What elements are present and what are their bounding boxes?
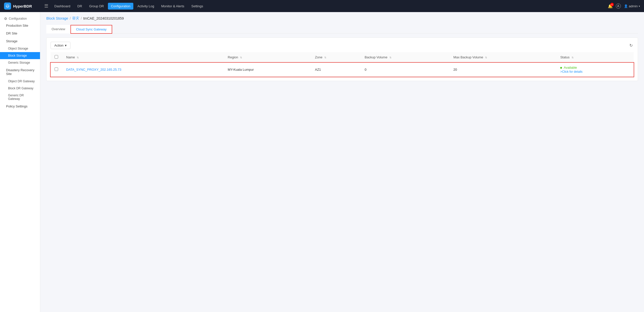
table-col-name: Name ⇅ bbox=[62, 52, 224, 63]
table-body: DATA_SYNC_PROXY_202.165.25.73 MY-Kuala L… bbox=[51, 63, 634, 77]
breadcrumb-block-storage[interactable]: Block Storage bbox=[46, 16, 68, 20]
sidebar-label-object-storage: Object Storage bbox=[8, 47, 28, 50]
nav-group-dr[interactable]: Group DR bbox=[86, 3, 107, 10]
sidebar-label-block-dr-gateway: Block DR Gateway bbox=[8, 87, 33, 90]
toolbar: Action ▾ ↻ bbox=[51, 42, 634, 49]
sidebar-item-object-storage[interactable]: Object Storage bbox=[0, 45, 40, 52]
content-card: Action ▾ ↻ Name ⇅ bbox=[46, 37, 638, 81]
breadcrumb-sep-2: / bbox=[81, 16, 82, 20]
row-name-cell: DATA_SYNC_PROXY_202.165.25.73 bbox=[62, 63, 224, 77]
sidebar-item-object-dr-gateway[interactable]: Object DR Gateway bbox=[0, 78, 40, 85]
table-header-checkbox bbox=[51, 52, 62, 63]
sort-zone-icon[interactable]: ⇅ bbox=[324, 56, 326, 59]
tab-overview-label: Overview bbox=[52, 27, 65, 31]
sidebar-item-block-dr-gateway[interactable]: Block DR Gateway bbox=[0, 85, 40, 92]
sidebar-item-storage[interactable]: Storage bbox=[0, 37, 40, 45]
logo-icon bbox=[4, 3, 11, 10]
sidebar-item-dr-site[interactable]: DR Site bbox=[0, 29, 40, 37]
sort-backup-volume-icon[interactable]: ⇅ bbox=[389, 56, 391, 59]
sidebar-label-block-storage: Block Storage bbox=[8, 54, 27, 57]
sidebar-label-dr-site: DR Site bbox=[6, 31, 17, 35]
hamburger-icon[interactable]: ☰ bbox=[44, 3, 48, 9]
help-icon: A bbox=[616, 4, 621, 9]
row-region-cell: MY-Kuala Lumpur bbox=[224, 63, 311, 77]
row-zone-cell: AZ1 bbox=[311, 63, 361, 77]
sidebar-item-generic-dr-gateway[interactable]: Generic DR Gateway bbox=[0, 92, 40, 102]
sidebar-label-disastery-recovery: Disastery Recovery Site bbox=[6, 68, 34, 76]
row-region: MY-Kuala Lumpur bbox=[228, 68, 254, 71]
help-button[interactable]: A bbox=[616, 4, 621, 9]
sidebar: ⚙ Configuration Production Site DR Site … bbox=[0, 12, 40, 312]
breadcrumb: Block Storage / 容灾 / tmCAE_2024031020185… bbox=[46, 16, 638, 21]
sort-max-backup-icon[interactable]: ⇅ bbox=[485, 56, 487, 59]
row-backup-volume: 0 bbox=[365, 68, 367, 71]
notification-button[interactable]: 🔔 4 bbox=[608, 4, 613, 9]
user-icon: 👤 bbox=[624, 4, 628, 8]
row-backup-volume-cell: 0 bbox=[361, 63, 450, 77]
sidebar-label-policy-settings: Policy Settings bbox=[6, 104, 27, 108]
sidebar-label-storage: Storage bbox=[6, 39, 18, 43]
top-navigation: HyperBDR ☰ Dashboard DR Group DR Configu… bbox=[0, 0, 644, 12]
sidebar-label-production-site: Production Site bbox=[6, 24, 28, 27]
status-dot-icon bbox=[560, 67, 562, 69]
sort-region-icon[interactable]: ⇅ bbox=[240, 56, 242, 59]
table-col-zone: Zone ⇅ bbox=[311, 52, 361, 63]
table-col-backup-volume: Backup Volume ⇅ bbox=[361, 52, 450, 63]
nav-activity-log[interactable]: Activity Log bbox=[134, 3, 157, 10]
nav-dr[interactable]: DR bbox=[74, 3, 85, 10]
sidebar-item-policy-settings[interactable]: Policy Settings bbox=[0, 102, 40, 110]
tabs: Overview Cloud Sync Gateway bbox=[46, 25, 638, 33]
status-text: Available bbox=[560, 66, 630, 69]
tab-cloud-sync-gateway-label: Cloud Sync Gateway bbox=[76, 27, 106, 31]
nav-monitor-alerts[interactable]: Monitor & Alerts bbox=[158, 3, 187, 10]
user-name: admin bbox=[629, 4, 638, 8]
action-label: Action bbox=[54, 44, 63, 47]
sidebar-item-production-site[interactable]: Production Site bbox=[0, 22, 40, 29]
config-icon: ⚙ bbox=[4, 17, 7, 21]
table-header: Name ⇅ Region ⇅ Zone ⇅ Backup Volume bbox=[51, 52, 634, 63]
table-row: DATA_SYNC_PROXY_202.165.25.73 MY-Kuala L… bbox=[51, 63, 634, 77]
select-all-checkbox[interactable] bbox=[55, 55, 58, 59]
row-checkbox-cell bbox=[51, 63, 62, 77]
main-content: Block Storage / 容灾 / tmCAE_2024031020185… bbox=[40, 12, 644, 312]
user-chevron-icon: ▾ bbox=[639, 5, 640, 8]
row-zone: AZ1 bbox=[315, 68, 321, 71]
row-name-link[interactable]: DATA_SYNC_PROXY_202.165.25.73 bbox=[66, 68, 121, 71]
sidebar-item-generic-storage[interactable]: Generic Storage bbox=[0, 59, 40, 66]
table-header-row: Name ⇅ Region ⇅ Zone ⇅ Backup Volume bbox=[51, 52, 634, 63]
layout: ⚙ Configuration Production Site DR Site … bbox=[0, 12, 644, 312]
app-name: HyperBDR bbox=[13, 4, 32, 8]
nav-configuration[interactable]: Configuration bbox=[108, 3, 133, 10]
app-logo: HyperBDR bbox=[4, 3, 39, 10]
tab-cloud-sync-gateway[interactable]: Cloud Sync Gateway bbox=[70, 25, 112, 34]
data-table: Name ⇅ Region ⇅ Zone ⇅ Backup Volume bbox=[51, 52, 634, 77]
tab-overview[interactable]: Overview bbox=[46, 25, 70, 33]
sidebar-section-label: Configuration bbox=[9, 17, 27, 20]
sidebar-label-object-dr-gateway: Object DR Gateway bbox=[8, 80, 35, 83]
row-status-cell: Available >Click for details bbox=[556, 63, 634, 77]
nav-right: 🔔 4 A 👤 admin ▾ bbox=[608, 4, 640, 9]
user-menu[interactable]: 👤 admin ▾ bbox=[624, 4, 640, 8]
sort-name-icon[interactable]: ⇅ bbox=[77, 56, 79, 59]
nav-dashboard[interactable]: Dashboard bbox=[51, 3, 73, 10]
sidebar-label-generic-storage: Generic Storage bbox=[8, 61, 30, 64]
sidebar-item-disastery-recovery[interactable]: Disastery Recovery Site bbox=[0, 66, 40, 78]
sidebar-section-configuration: ⚙ Configuration bbox=[0, 14, 40, 22]
action-arrow-icon: ▾ bbox=[65, 44, 67, 47]
row-checkbox[interactable] bbox=[55, 67, 58, 71]
breadcrumb-sep-1: / bbox=[70, 16, 71, 20]
notification-badge: 4 bbox=[610, 3, 614, 6]
table-col-max-backup-volume: Max Backup Volume ⇅ bbox=[449, 52, 556, 63]
action-button[interactable]: Action ▾ bbox=[51, 42, 70, 49]
sidebar-item-block-storage[interactable]: Block Storage bbox=[0, 52, 40, 59]
table-col-region: Region ⇅ bbox=[224, 52, 311, 63]
sidebar-label-generic-dr-gateway: Generic DR Gateway bbox=[8, 94, 24, 101]
status-available: Available >Click for details bbox=[560, 66, 630, 73]
status-details-link[interactable]: >Click for details bbox=[560, 70, 630, 73]
breadcrumb-disaster[interactable]: 容灾 bbox=[72, 16, 79, 21]
sort-status-icon[interactable]: ⇅ bbox=[572, 56, 574, 59]
row-max-backup-volume: 20 bbox=[453, 68, 457, 71]
nav-settings[interactable]: Settings bbox=[188, 3, 206, 10]
breadcrumb-current: tmCAE_20240310201859 bbox=[83, 16, 124, 20]
refresh-button[interactable]: ↻ bbox=[628, 42, 634, 49]
